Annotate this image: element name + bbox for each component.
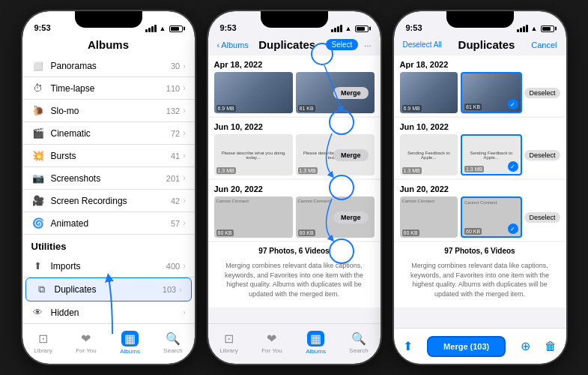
tab-bar-2: ⊡ Library ❤ For You ▦ Albums 🔍 Search (208, 323, 381, 364)
album-item-imports[interactable]: ⬆ Imports 400 › (22, 255, 195, 278)
photo-size-3-3-1: 60 KB (402, 230, 419, 236)
tab-foryou-1[interactable]: ❤ For You (76, 332, 97, 354)
tab-bar-1: ⊡ Library ❤ For You ▦ Albums 🔍 Search (22, 323, 195, 364)
plain-text-3-1: Cannot Connect (216, 199, 249, 203)
cancel-button-3[interactable]: Cancel (531, 40, 557, 50)
deselect-btn-3[interactable]: Deselect (524, 212, 560, 223)
merge-103-button[interactable]: Merge (103) (427, 336, 506, 357)
checkmark-3-1-2: ✓ (508, 99, 518, 110)
photo-3-2-2[interactable]: Sending Feedback to Apple... 1.3 MB ✓ (461, 134, 522, 176)
foryou-tab-label-1: For You (76, 347, 97, 354)
imports-count: 400 (166, 262, 180, 271)
sb2-3 (520, 28, 522, 32)
photo-3-3-1[interactable]: Cannot Connect 60 KB (400, 196, 458, 238)
more-button-2[interactable]: ... (364, 39, 371, 50)
tab-albums-2[interactable]: ▦ Albums (306, 331, 326, 355)
status-icons-1: ▲ (145, 25, 183, 32)
album-item-duplicates[interactable]: ⧉ Duplicates 103 › (25, 278, 192, 302)
album-item-bursts[interactable]: 💥 Bursts 41 › (22, 145, 195, 167)
group-date-1: Apr 18, 2022 (214, 60, 375, 69)
wifi-icon-2: ▲ (345, 25, 352, 32)
photo-size-3-2: 60 KB (298, 230, 315, 236)
group-row-3-1: 6.9 MB 81 KB ✓ Deselect (400, 72, 560, 113)
slomo-chevron: › (183, 106, 185, 115)
hidden-chevron: › (183, 308, 185, 316)
photo-size-3-2-2: 1.3 MB (464, 166, 484, 172)
signal-bars-3 (517, 25, 528, 32)
bursts-icon: 💥 (31, 150, 45, 161)
footer-count-2: 97 Photos, 6 Videos (216, 247, 373, 255)
tab-library-2[interactable]: ⊡ Library (219, 332, 237, 354)
album-item-cinematic[interactable]: 🎬 Cinematic 72 › (22, 122, 195, 145)
signal-bar-4 (154, 25, 157, 32)
back-chevron-2: ‹ (217, 40, 220, 50)
nav-bar-2: ‹ Albums Duplicates Select ... (208, 35, 381, 56)
photo-1-1[interactable]: 6.9 MB (214, 72, 293, 113)
doc-text-2-1: Please describe what you doing today... (216, 151, 291, 160)
photo-size-3-1-2: 81 KB (464, 104, 482, 110)
deselect-all-button[interactable]: Deselect All (403, 40, 442, 49)
wifi-icon-3: ▲ (531, 25, 538, 32)
deselect-btn-2[interactable]: Deselect (524, 150, 560, 160)
imports-chevron: › (183, 262, 185, 270)
status-time-3: 9:53 (406, 23, 422, 32)
photo-group-2: Jun 10, 2022 Please describe what you do… (208, 118, 381, 178)
share-icon-3[interactable]: ⬆ (403, 339, 413, 353)
tab-albums-1[interactable]: ▦ Albums (120, 331, 140, 355)
bursts-count: 41 (171, 152, 180, 160)
select-button-2[interactable]: Select (326, 39, 359, 50)
duplicates-content-2: Apr 18, 2022 6.9 MB 81 KB Merge Jun 10, … (208, 56, 381, 323)
photo-3-1-2[interactable]: 81 KB ✓ (461, 72, 522, 113)
cinematic-label: Cinematic (51, 128, 171, 139)
animated-count: 57 (171, 219, 180, 228)
group-row-2: Please describe what you doing today... … (214, 134, 375, 176)
phone-3: 9:53 ▲ Deselect All Duplicates Cancel Ap… (394, 11, 566, 364)
sb4-3 (526, 25, 528, 32)
album-item-animated[interactable]: 🌀 Animated 57 › (22, 212, 195, 235)
status-time-1: 9:53 (34, 23, 51, 32)
album-item-hidden[interactable]: 👁 Hidden › (22, 302, 195, 323)
photo-3-2-1[interactable]: Sending Feedback to Apple... 1.3 MB (400, 134, 458, 176)
back-button-2[interactable]: ‹ Albums (217, 40, 249, 50)
album-item-screenrecordings[interactable]: 🎥 Screen Recordings 42 › (22, 190, 195, 212)
deselect-btn-1[interactable]: Deselect (524, 88, 560, 98)
photo-3-1[interactable]: Cannot Connect 60 KB (214, 196, 293, 238)
photo-group-3-3: Jun 20, 2022 Cannot Connect 60 KB Cannot… (394, 180, 566, 241)
album-item-slomo[interactable]: 🐌 Slo-mo 132 › (22, 100, 195, 122)
status-icons-2: ▲ (331, 25, 369, 32)
album-item-screenshots[interactable]: 📷 Screenshots 201 › (22, 167, 195, 190)
doc-text-3-2-2: Sending Feedback to Apple... (464, 151, 519, 160)
photo-3-3-2[interactable]: Cannot Connect 60 KB ✓ (461, 196, 522, 238)
merge-button-1[interactable]: Merge (333, 87, 369, 99)
album-item-timelapse[interactable]: ⏱ Time-lapse 110 › (22, 77, 195, 100)
albums-tab-label-2: Albums (306, 348, 326, 355)
photo-2-1[interactable]: Please describe what you doing today... … (214, 134, 293, 176)
cinematic-count: 72 (171, 129, 180, 138)
photo-3-1-1[interactable]: 6.9 MB (400, 72, 458, 113)
notch-3 (446, 11, 514, 28)
album-item-panoramas[interactable]: ⬜ Panoramas 30 › (22, 56, 195, 77)
add-icon-3[interactable]: ⊕ (521, 339, 530, 353)
photo-group-1: Apr 18, 2022 6.9 MB 81 KB Merge (208, 56, 381, 116)
tab-search-1[interactable]: 🔍 Search (163, 332, 182, 354)
photos-row-3-3: Cannot Connect 60 KB Cannot Connect 60 K… (400, 196, 522, 238)
merge-button-2[interactable]: Merge (333, 149, 369, 161)
photo-size-3-1: 60 KB (216, 230, 234, 236)
wifi-icon-1: ▲ (160, 25, 166, 32)
tab-foryou-2[interactable]: ❤ For You (261, 332, 282, 354)
battery-fill-1 (171, 27, 179, 31)
photo-size-3-3-2: 60 KB (464, 228, 482, 235)
duplicates-icon: ⧉ (35, 284, 49, 296)
sb3-3 (523, 26, 525, 32)
screenrecordings-label: Screen Recordings (51, 196, 171, 206)
tab-library-1[interactable]: ⊡ Library (34, 332, 52, 354)
phone-3-screen: 9:53 ▲ Deselect All Duplicates Cancel Ap… (394, 11, 566, 364)
signal-bars-2 (331, 25, 342, 32)
notch-1 (75, 11, 142, 28)
trash-icon-3[interactable]: 🗑 (545, 340, 557, 353)
library-tab-icon-2: ⊡ (224, 332, 234, 346)
sb1-3 (517, 29, 519, 32)
merge-button-3[interactable]: Merge (333, 212, 369, 224)
photo-group-3-1: Apr 18, 2022 6.9 MB 81 KB ✓ Deselect (394, 56, 566, 116)
tab-search-2[interactable]: 🔍 Search (349, 332, 368, 354)
